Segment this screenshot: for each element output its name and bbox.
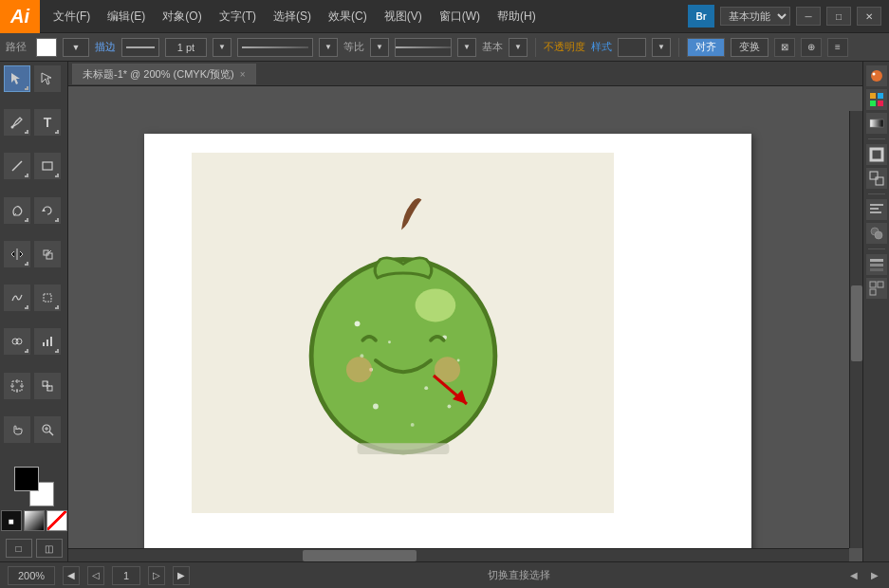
tool-free-transform[interactable] — [34, 285, 61, 311]
tool-artboard[interactable] — [4, 373, 30, 399]
base-dropdown[interactable]: ▼ — [457, 38, 476, 57]
rp-align-btn[interactable] — [866, 199, 887, 220]
tool-direct-select[interactable] — [34, 65, 61, 92]
menu-edit[interactable]: 编辑(E) — [100, 5, 153, 28]
tool-slice[interactable] — [34, 373, 61, 399]
tool-graph[interactable] — [34, 328, 61, 355]
stroke-size-dropdown[interactable]: ▼ — [213, 38, 232, 57]
color-mode-none[interactable] — [46, 510, 67, 531]
rp-sep3 — [868, 248, 885, 249]
fullscreen-view-btn[interactable]: ◫ — [36, 539, 63, 558]
rp-swatches-btn[interactable] — [866, 89, 887, 110]
hscroll-thumb[interactable] — [303, 550, 417, 561]
stroke-label[interactable]: 描边 — [95, 40, 116, 54]
vertical-scrollbar[interactable] — [849, 111, 862, 548]
apple-illustration — [192, 153, 614, 513]
extra-btn2[interactable]: ⊕ — [801, 38, 822, 57]
svg-marker-1 — [42, 73, 51, 84]
tool-warp[interactable] — [4, 285, 30, 311]
menu-right: Br 基本功能 ─ □ ✕ — [688, 5, 889, 28]
window-maximize[interactable]: □ — [826, 7, 851, 26]
prev-page-btn[interactable]: ◀ — [63, 566, 80, 585]
style-swatch[interactable] — [618, 38, 646, 57]
status-bar: 200% ◀ ◁ 1 ▷ ▶ 切换直接选择 ◀ ▶ — [0, 561, 889, 588]
svg-point-11 — [16, 339, 22, 344]
svg-rect-53 — [871, 149, 882, 160]
stroke-swatch[interactable] — [121, 38, 159, 57]
normal-view-btn[interactable]: □ — [6, 539, 32, 558]
menu-effect[interactable]: 效果(C) — [321, 5, 375, 28]
svg-point-35 — [373, 404, 379, 410]
gradient-swatch[interactable] — [237, 38, 313, 57]
menu-select[interactable]: 选择(S) — [266, 5, 319, 28]
tool-rotate[interactable] — [34, 197, 61, 224]
tool-scale[interactable] — [34, 241, 61, 267]
status-arrow-left[interactable]: ◀ — [847, 566, 861, 585]
tool-pen[interactable] — [4, 109, 30, 136]
align-button[interactable]: 对齐 — [687, 38, 725, 57]
color-mode-color[interactable]: ■ — [1, 510, 22, 531]
fill-swatch[interactable] — [36, 38, 57, 57]
menu-type[interactable]: 文字(T) — [212, 5, 264, 28]
tool-type[interactable]: T — [34, 109, 61, 136]
menu-view[interactable]: 视图(V) — [377, 5, 430, 28]
menu-object[interactable]: 对象(O) — [155, 5, 209, 28]
tab-close-btn[interactable]: × — [240, 69, 246, 80]
rp-transform-btn[interactable] — [866, 168, 887, 189]
ratio-dropdown[interactable]: ▼ — [370, 38, 389, 57]
base-swatch[interactable] — [395, 38, 452, 57]
extra-btn3[interactable]: ≡ — [827, 38, 848, 57]
rp-layers-btn[interactable] — [866, 254, 887, 275]
tool-mirror[interactable] — [4, 241, 30, 267]
tool-paint[interactable] — [4, 197, 30, 224]
next-page-btn2[interactable]: ▶ — [173, 566, 190, 585]
toolbar-sep1 — [535, 38, 536, 57]
document-tab[interactable]: 未标题-1* @ 200% (CMYK/预览) × — [72, 64, 256, 84]
stroke-size-input[interactable] — [165, 38, 207, 57]
svg-point-30 — [415, 289, 455, 322]
bridge-button[interactable]: Br — [688, 5, 714, 28]
prev-page-btn2[interactable]: ◁ — [87, 566, 104, 585]
rp-pathfinder-btn[interactable] — [866, 223, 887, 244]
rp-stroke-btn[interactable] — [866, 144, 887, 165]
color-mode-gradient[interactable] — [24, 510, 45, 531]
workspace-select[interactable]: 基本功能 — [720, 7, 790, 26]
window-minimize[interactable]: ─ — [796, 7, 821, 26]
svg-rect-20 — [43, 381, 47, 386]
svg-rect-9 — [44, 294, 51, 302]
red-cursor-arrow — [424, 366, 481, 413]
tool-hand[interactable] — [4, 416, 30, 443]
view-mode-row: □ ◫ — [6, 539, 63, 558]
foreground-color[interactable] — [14, 467, 39, 491]
zoom-display: 200% — [8, 566, 55, 585]
canvas-viewport[interactable] — [68, 86, 862, 561]
next-page-btn[interactable]: ▷ — [148, 566, 165, 585]
color-squares[interactable] — [14, 467, 54, 506]
horizontal-scrollbar[interactable] — [68, 548, 849, 561]
tool-line[interactable] — [4, 153, 30, 179]
rp-artboards-btn[interactable] — [866, 278, 887, 299]
gradient-dropdown[interactable]: ▼ — [319, 38, 338, 57]
extra-btn1[interactable]: ⊠ — [774, 38, 795, 57]
base-label: 基本 — [482, 40, 503, 54]
tool-shape-builder[interactable] — [4, 328, 30, 355]
svg-rect-62 — [870, 264, 883, 266]
tool-selection[interactable] — [4, 65, 30, 92]
svg-rect-64 — [870, 282, 876, 287]
tool-zoom[interactable] — [34, 416, 61, 443]
stroke-type-select[interactable]: ▼ — [63, 38, 89, 57]
window-close[interactable]: ✕ — [857, 7, 881, 26]
status-arrow-right[interactable]: ▶ — [868, 566, 881, 585]
svg-rect-61 — [870, 259, 883, 262]
rp-color-btn[interactable] — [866, 65, 887, 86]
svg-rect-50 — [870, 101, 876, 106]
base2-dropdown[interactable]: ▼ — [509, 38, 528, 57]
rp-gradient-btn[interactable] — [866, 113, 887, 134]
menu-window[interactable]: 窗口(W) — [432, 5, 488, 28]
vscroll-thumb[interactable] — [851, 285, 862, 361]
menu-file[interactable]: 文件(F) — [46, 5, 98, 28]
tool-rect[interactable] — [34, 153, 61, 179]
style-dropdown[interactable]: ▼ — [652, 38, 671, 57]
menu-help[interactable]: 帮助(H) — [490, 5, 544, 28]
transform-button[interactable]: 变换 — [731, 38, 769, 57]
